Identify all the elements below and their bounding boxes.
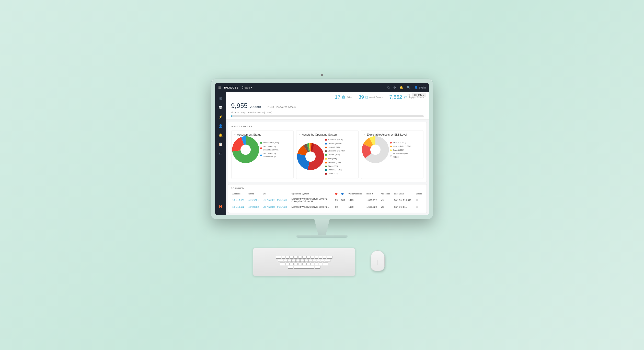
chart-title-row: ≡ Assessment Status (234, 133, 291, 136)
delete-button[interactable]: 🗑 (414, 204, 424, 210)
assets-stats: 17 🏛 Sites 39 □ Asset Groups (335, 94, 424, 100)
charts-grid: ≡ Assessment Status (231, 130, 423, 179)
col-site[interactable]: Site (261, 192, 290, 196)
cell-risk: 1,690,272 (365, 196, 379, 204)
camera-dot (321, 74, 323, 76)
col-vuln[interactable]: Vulnerabilities (347, 192, 365, 196)
tagged-icon: 🏷 (404, 95, 407, 99)
cell-os: Microsoft Windows Server 2003 R2,Enterpr… (290, 196, 334, 204)
key (304, 259, 308, 262)
key (315, 262, 318, 265)
col-v2[interactable]: 🔵 (340, 192, 347, 196)
cell-os: Microsoft Windows Server 2003 R2... (290, 204, 334, 210)
key (302, 262, 306, 265)
mouse-container (371, 250, 391, 276)
sidebar-item-home[interactable]: ⊞ (217, 95, 224, 102)
cell-v2: 339 (340, 196, 347, 204)
key (282, 256, 285, 258)
key (294, 256, 298, 258)
key (308, 259, 312, 262)
cell-last-scan: Sun Oct 11 2015 (393, 196, 414, 204)
cell-assessed: Yes (379, 204, 393, 210)
asset-groups-icon: □ (365, 95, 367, 99)
user-icon[interactable]: 👤 sysin (414, 86, 426, 89)
exploitable-assets-chart: ≡ Exploitable Assets by Skill Level (361, 130, 423, 179)
assets-table: Address Name Site Operating System 🔴 🔵 V… (231, 192, 424, 210)
delete-button[interactable]: 🗑 (414, 196, 424, 204)
key (319, 262, 322, 265)
legend-item: Assessed (9,955) (260, 141, 279, 145)
monitor-stand-neck (309, 219, 335, 235)
cell-name[interactable]: server001 (247, 196, 261, 204)
key (290, 262, 294, 265)
copy-icon[interactable]: ⧉ (387, 86, 390, 89)
sidebar-item-reports[interactable]: 📋 (217, 141, 224, 148)
key (325, 259, 330, 262)
sidebar-item-vulnerabilities[interactable]: ⚡ (217, 113, 224, 120)
sidebar-item-alerts[interactable]: 🔔 (217, 132, 224, 139)
os-pie (299, 145, 322, 169)
hamburger-icon[interactable]: ☰ (218, 86, 221, 89)
col-risk[interactable]: Risk ▼ (365, 192, 379, 196)
key (315, 256, 318, 258)
sidebar-item-tags[interactable]: 🏷 (217, 150, 224, 157)
col-os[interactable]: Operating System (290, 192, 334, 196)
license-progress-bar (231, 115, 424, 117)
legend-item: Discovered byScanning (2,908) (260, 145, 279, 152)
bell-icon[interactable]: 🔔 (399, 86, 403, 89)
key (310, 262, 314, 265)
legend-item: Microsoft (6,410) (325, 138, 345, 141)
cell-v2 (340, 204, 347, 210)
cell-address[interactable]: 10.1.10.101 (231, 196, 247, 204)
exploitable-chart-title: Exploitable Assets by Skill Level (367, 133, 407, 136)
os-legend: Microsoft (6,410) Ubuntu (3,039) (325, 138, 345, 176)
chart-body: Novice (2,337) Intermediate (1,330) (364, 138, 421, 162)
table-row: 10.1.10.101 server001 Los Angeles - Full… (231, 196, 424, 204)
key (313, 259, 316, 262)
col-address[interactable]: Address (231, 192, 247, 196)
screen-body: ⊞ 💬 ⚡ 👤 🔔 📋 🏷 N ⊟ (215, 92, 429, 215)
key (306, 256, 310, 258)
legend-item: Unknown OS (482) (325, 149, 345, 153)
key (276, 256, 281, 258)
col-name[interactable]: Name (247, 192, 261, 196)
cell-address[interactable]: 10.1.10.102 (231, 204, 247, 210)
chart-title-row: ≡ Assets by Operating System (299, 133, 356, 136)
table-section: SCANNED Address Name Site Operating Syst… (228, 184, 427, 213)
assets-title-row: 9,955 Assets 2,908 Discovered Assets (231, 102, 424, 110)
col-last-scan[interactable]: Last Scan (393, 192, 414, 196)
key (306, 262, 310, 265)
mouse-divider-h (374, 258, 382, 258)
sidebar-item-assets[interactable]: 👤 (217, 122, 224, 129)
cell-last-scan: Sun Oct 11... (393, 204, 414, 210)
keyboard (253, 248, 355, 276)
key (310, 256, 314, 258)
sidebar-nexpose-logo[interactable]: N (217, 203, 224, 210)
key (317, 259, 320, 262)
cell-site[interactable]: Los Angeles - Full Audit (261, 204, 290, 210)
col-assessed[interactable]: Assessed (379, 192, 393, 196)
cell-risk: 1,636,320 (365, 204, 379, 210)
assessment-pie (234, 138, 257, 162)
assessment-chart-title: Assessment Status (237, 133, 261, 136)
charts-section: ASSET CHARTS ≡ Assessment Status (228, 122, 427, 182)
col-v1[interactable]: 🔴 (334, 192, 339, 196)
monitor-screen: ☰ nexpose Create ▾ ⧉ ⊙ 🔔 🔍 👤 sysin (215, 83, 429, 215)
chart-menu-icon[interactable]: ≡ (234, 133, 236, 136)
mouse-divider-v (377, 260, 378, 265)
cell-site[interactable]: Los Angeles - Full Audit (261, 196, 290, 204)
legend-item: Cisco (173) (325, 165, 345, 168)
create-button[interactable]: Create ▾ (241, 86, 252, 89)
search-icon[interactable]: 🔍 (407, 86, 411, 89)
svg-point-12 (305, 151, 316, 162)
assessment-legend: Assessed (9,955) Discovered byScanning (… (260, 141, 279, 159)
asset-groups-stat: 39 □ Asset Groups (358, 94, 383, 100)
chart-menu-icon[interactable]: ≡ (299, 133, 301, 136)
key (296, 259, 300, 262)
cell-name[interactable]: server002 (247, 204, 261, 210)
chart-menu-icon[interactable]: ≡ (364, 133, 365, 136)
key (286, 262, 290, 265)
question-icon[interactable]: ⊙ (393, 86, 396, 89)
chart-body: Microsoft (6,410) Ubuntu (3,039) (299, 138, 356, 176)
sidebar-item-messages[interactable]: 💬 (217, 104, 224, 111)
